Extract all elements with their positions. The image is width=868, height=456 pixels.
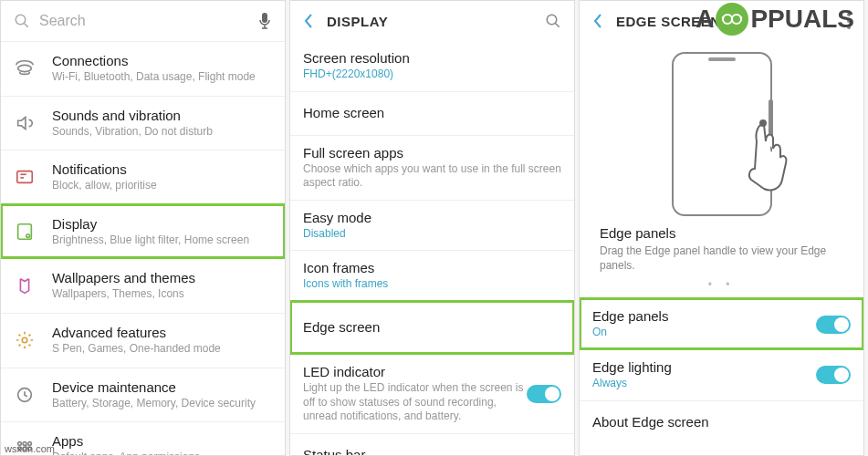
row-label: Edge screen <box>303 319 561 335</box>
row-sub: Light up the LED indicator when the scre… <box>303 381 527 424</box>
svg-line-3 <box>24 23 28 27</box>
row-label: Display <box>52 216 272 232</box>
page-title: DISPLAY <box>327 14 545 29</box>
row-label: Notifications <box>52 161 272 177</box>
svg-rect-5 <box>17 171 33 183</box>
edge-illustration: Edge panels Drag the Edge panel handle t… <box>580 41 863 298</box>
edge-item-lighting[interactable]: Edge lighting Always <box>580 349 863 400</box>
edge-item-about[interactable]: About Edge screen <box>580 400 863 444</box>
row-label: Sounds and vibration <box>52 108 272 123</box>
illus-sub: Drag the Edge panel handle to view your … <box>600 244 843 273</box>
settings-item-maintenance[interactable]: Device maintenance Battery, Storage, Mem… <box>1 368 285 422</box>
search-icon <box>14 13 30 29</box>
hand-icon <box>738 114 793 196</box>
search-bar[interactable]: Search <box>1 1 285 41</box>
svg-point-23 <box>760 120 766 126</box>
settings-item-notifications[interactable]: Notifications Block, allow, prioritise <box>1 150 285 204</box>
led-toggle[interactable] <box>527 385 561 403</box>
svg-point-1 <box>732 15 741 24</box>
row-label: Advanced features <box>52 325 272 340</box>
display-item-easymode[interactable]: Easy mode Disabled <box>290 200 574 251</box>
row-label: Device maintenance <box>52 379 272 395</box>
svg-point-2 <box>16 15 26 25</box>
settings-item-advanced[interactable]: Advanced features S Pen, Games, One-hand… <box>1 313 285 368</box>
display-icon <box>14 221 36 243</box>
row-sub: Disabled <box>303 227 561 242</box>
row-label: About Edge screen <box>592 414 851 430</box>
row-sub: Wi-Fi, Bluetooth, Data usage, Flight mod… <box>52 70 272 85</box>
search-icon[interactable] <box>545 13 561 29</box>
wallpaper-icon <box>14 275 36 297</box>
mic-icon[interactable] <box>257 12 272 30</box>
row-sub: Wallpapers, Themes, Icons <box>52 287 272 302</box>
row-label: Connections <box>52 53 272 68</box>
connections-icon <box>14 57 36 79</box>
display-panel: DISPLAY Screen resolution FHD+(2220x1080… <box>289 0 575 456</box>
row-sub: On <box>592 326 816 340</box>
settings-panel: Search Connections Wi-Fi, Bluetooth, Dat… <box>0 0 286 456</box>
search-placeholder: Search <box>39 13 257 29</box>
notifications-icon <box>14 166 36 188</box>
display-item-home[interactable]: Home screen <box>290 91 574 135</box>
display-item-fullscreen[interactable]: Full screen apps Choose which apps you w… <box>290 135 574 200</box>
display-header: DISPLAY <box>290 1 574 41</box>
svg-point-9 <box>26 234 30 238</box>
row-sub: Sounds, Vibration, Do not disturb <box>52 125 272 140</box>
settings-item-sounds[interactable]: Sounds and vibration Sounds, Vibration, … <box>1 96 285 150</box>
svg-rect-4 <box>262 13 267 23</box>
display-item-iconframes[interactable]: Icon frames Icons with frames <box>290 250 574 301</box>
phone-graphic <box>672 52 772 216</box>
row-sub: FHD+(2220x1080) <box>303 67 561 82</box>
row-label: Status bar <box>303 447 561 456</box>
settings-item-wallpapers[interactable]: Wallpapers and themes Wallpapers, Themes… <box>1 258 285 313</box>
edge-item-panels[interactable]: Edge panels On <box>580 298 863 349</box>
back-icon[interactable] <box>303 13 314 29</box>
row-sub: Battery, Storage, Memory, Device securit… <box>52 397 272 411</box>
row-label: Icon frames <box>303 260 561 275</box>
svg-line-19 <box>555 23 559 27</box>
svg-point-10 <box>22 338 27 344</box>
row-label: Apps <box>52 433 272 449</box>
glasses-icon <box>716 3 748 36</box>
row-sub: Always <box>592 377 816 391</box>
edge-lighting-toggle[interactable] <box>816 366 851 384</box>
edge-panels-toggle[interactable] <box>816 316 851 334</box>
edge-screen-panel: EDGE SCREEN Edge panels Drag the Edge pa… <box>579 0 864 456</box>
row-label: Edge panels <box>592 308 816 324</box>
display-item-statusbar[interactable]: Status bar <box>290 433 574 456</box>
row-label: Full screen apps <box>303 145 561 161</box>
row-sub: Choose which apps you want to use in the… <box>303 162 561 191</box>
row-sub: S Pen, Games, One-handed mode <box>52 342 272 357</box>
display-item-resolution[interactable]: Screen resolution FHD+(2220x1080) <box>290 41 574 91</box>
row-label: Edge lighting <box>592 359 816 375</box>
row-label: Screen resolution <box>303 50 561 66</box>
pager-dots: • • <box>708 278 736 291</box>
row-sub: Default apps, App permissions <box>52 451 272 456</box>
svg-point-0 <box>723 15 732 24</box>
display-item-edgescreen[interactable]: Edge screen <box>290 301 574 354</box>
row-label: Home screen <box>303 105 561 120</box>
back-icon[interactable] <box>592 13 603 29</box>
row-label: LED indicator <box>303 364 527 379</box>
display-item-led[interactable]: LED indicator Light up the LED indicator… <box>290 354 574 433</box>
row-label: Wallpapers and themes <box>52 270 272 285</box>
source-label: wsxdn.com <box>5 443 55 454</box>
advanced-icon <box>14 329 36 351</box>
svg-point-18 <box>547 15 557 25</box>
sound-icon <box>14 112 36 134</box>
appuals-watermark: A PPUALS <box>695 3 854 36</box>
illus-title: Edge panels <box>600 225 675 241</box>
row-sub: Icons with frames <box>303 277 561 292</box>
row-label: Easy mode <box>303 210 561 225</box>
settings-item-display[interactable]: Display Brightness, Blue light filter, H… <box>1 204 285 259</box>
row-sub: Block, allow, prioritise <box>52 179 272 193</box>
settings-item-connections[interactable]: Connections Wi-Fi, Bluetooth, Data usage… <box>1 41 285 96</box>
maintenance-icon <box>14 384 36 406</box>
row-sub: Brightness, Blue light filter, Home scre… <box>52 233 272 248</box>
